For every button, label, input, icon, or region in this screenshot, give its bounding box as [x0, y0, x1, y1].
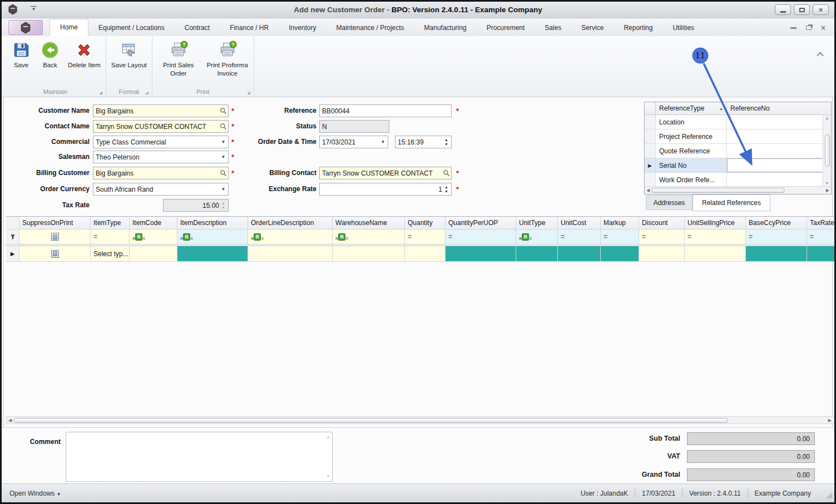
tab-finance-hr[interactable]: Finance / HR: [220, 20, 279, 36]
chevron-down-icon[interactable]: ▼: [219, 183, 227, 195]
print-sales-order-button[interactable]: ?Print Sales Order: [154, 39, 203, 78]
save-layout-button[interactable]: Save Layout: [108, 39, 150, 69]
billing-customer-input[interactable]: Big Bargains: [93, 167, 229, 179]
chevron-down-icon[interactable]: ▼: [379, 136, 387, 148]
minimize-button[interactable]: [775, 4, 791, 15]
order-line-cell-markup[interactable]: [601, 246, 639, 262]
ref-row-serial-no[interactable]: ▶Serial No: [645, 158, 831, 173]
checkbox[interactable]: [51, 250, 59, 258]
delete-item-button[interactable]: Delete Item: [65, 39, 104, 69]
order-line-cell-order-line-description[interactable]: [248, 246, 333, 262]
search-icon[interactable]: [219, 169, 227, 177]
open-windows-button[interactable]: Open Windows ▼: [9, 490, 61, 497]
ref-type-cell[interactable]: Work Order Refe...: [656, 173, 727, 187]
ref-no-cell[interactable]: [727, 158, 831, 172]
order-line-cell-discount[interactable]: [639, 246, 685, 262]
filter-cell-markup[interactable]: =: [601, 229, 639, 244]
filter-cell-base-ccy-price[interactable]: =: [746, 229, 807, 244]
filter-cell-tax-rate[interactable]: =: [807, 229, 834, 244]
column-header-quantity-per-uop[interactable]: QuantityPerUOP: [446, 217, 516, 229]
filter-cell-item-type[interactable]: =: [91, 229, 130, 244]
column-header-item-type[interactable]: ItemType: [91, 217, 130, 229]
tab-reporting[interactable]: Reporting: [614, 20, 662, 36]
order-time-input[interactable]: 15:16:39 ▲▼: [395, 136, 452, 148]
tab-manufacturing[interactable]: Manufacturing: [414, 20, 477, 36]
ref-type-cell[interactable]: Quote Reference: [656, 144, 727, 158]
ref-no-cell[interactable]: [727, 115, 831, 129]
tab-addresses[interactable]: Addresses: [646, 195, 692, 210]
search-icon[interactable]: [442, 169, 451, 177]
order-line-cell-item-type[interactable]: Select typ...: [91, 246, 130, 262]
grid-horizontal-scrollbar[interactable]: ◀ ▶: [6, 416, 834, 424]
tab-sales[interactable]: Sales: [535, 20, 571, 36]
filter-cell-unit-type[interactable]: aBc: [516, 229, 558, 244]
order-line-cell-unit-selling-price[interactable]: [685, 246, 746, 262]
application-button[interactable]: [8, 20, 43, 35]
close-button[interactable]: ×: [813, 4, 829, 15]
tab-inventory[interactable]: Inventory: [279, 20, 326, 36]
billing-contact-input[interactable]: Tarryn Snow CUSTOMER CONTACT: [319, 167, 452, 179]
dialog-launcher-icon[interactable]: ◢: [247, 91, 250, 94]
tab-service[interactable]: Service: [571, 20, 614, 36]
column-header-unit-type[interactable]: UnitType: [516, 217, 558, 229]
order-date-input[interactable]: 17/03/2021 ▼: [319, 136, 388, 148]
ref-grid-vertical-scrollbar[interactable]: ▲▼: [823, 115, 831, 186]
search-icon[interactable]: [219, 107, 227, 114]
tab-equipment-locations[interactable]: Equipment / Locations: [88, 20, 175, 36]
collapse-ribbon-icon[interactable]: [816, 51, 824, 58]
order-line-cell-item-description[interactable]: [177, 246, 248, 262]
order-line-cell-suppress-on-print[interactable]: [19, 246, 91, 262]
spinner-icons[interactable]: ▲▼: [442, 136, 451, 148]
comment-input[interactable]: ▲ ▼: [66, 432, 333, 482]
checkbox[interactable]: [51, 233, 59, 241]
column-header-discount[interactable]: Discount: [639, 217, 685, 229]
tab-maintenance-projects[interactable]: Maintenance / Projects: [327, 20, 414, 36]
reference-input[interactable]: BB00044: [319, 104, 452, 117]
spinner-icons[interactable]: ▲▼: [442, 183, 451, 195]
tab-home[interactable]: Home: [50, 19, 88, 36]
tab-contract[interactable]: Contract: [175, 20, 220, 36]
ref-no-cell[interactable]: [727, 173, 831, 187]
filter-cell-quantity[interactable]: =: [405, 229, 446, 244]
ref-row-location[interactable]: Location: [645, 115, 831, 129]
ref-type-cell[interactable]: Location: [656, 115, 727, 129]
search-icon[interactable]: [219, 123, 227, 130]
tab-related-references[interactable]: Related References: [692, 194, 770, 211]
chevron-down-icon[interactable]: ▼: [219, 136, 227, 148]
filter-cell-discount[interactable]: =: [639, 229, 685, 244]
maximize-button[interactable]: [794, 4, 810, 15]
order-line-cell-warehouse-name[interactable]: [333, 246, 405, 262]
ref-row-project-reference[interactable]: Project Reference: [645, 129, 831, 144]
customer-name-input[interactable]: Big Bargains: [93, 104, 229, 117]
ref-row-work-order-refe[interactable]: Work Order Refe...: [645, 173, 831, 187]
order-line-cell-base-ccy-price[interactable]: [746, 246, 807, 262]
order-line-cell-item-code[interactable]: [130, 246, 177, 262]
column-header-suppress-on-print[interactable]: SuppressOnPrint: [19, 217, 91, 229]
save-button[interactable]: Save: [7, 39, 36, 69]
ref-no-column-header[interactable]: ReferenceNo: [727, 102, 831, 114]
order-line-cell-tax-rate[interactable]: [807, 246, 834, 262]
filter-cell-order-line-description[interactable]: aBc: [248, 229, 333, 244]
resize-grip-icon[interactable]: [826, 492, 833, 501]
column-header-unit-cost[interactable]: UnitCost: [558, 217, 601, 229]
column-header-item-code[interactable]: ItemCode: [130, 217, 177, 229]
tab-utilities[interactable]: Utilities: [662, 20, 704, 36]
filter-cell-item-description[interactable]: aBc: [177, 229, 248, 244]
ref-row-quote-reference[interactable]: Quote Reference: [645, 144, 831, 158]
document-minimize-icon[interactable]: [790, 27, 797, 29]
column-header-warehouse-name[interactable]: WarehouseName: [333, 217, 405, 229]
chevron-down-icon[interactable]: ▼: [219, 151, 227, 163]
filter-cell-warehouse-name[interactable]: aBc: [333, 229, 405, 244]
document-restore-icon[interactable]: [806, 26, 812, 30]
ref-no-cell[interactable]: [727, 129, 831, 143]
ref-type-cell[interactable]: Project Reference: [656, 129, 727, 143]
document-close-icon[interactable]: ×: [821, 23, 825, 32]
column-header-order-line-description[interactable]: OrderLineDescription: [248, 217, 333, 229]
back-button[interactable]: Back: [36, 39, 65, 69]
order-currency-select[interactable]: South African Rand ▼: [93, 183, 229, 196]
ref-no-cell[interactable]: [727, 144, 831, 158]
filter-cell-quantity-per-uop[interactable]: =: [446, 229, 516, 244]
order-line-cell-quantity-per-uop[interactable]: [446, 246, 516, 262]
contact-name-input[interactable]: Tarryn Snow CUSTOMER CONTACT: [93, 120, 229, 133]
order-line-cell-quantity[interactable]: [405, 246, 446, 262]
